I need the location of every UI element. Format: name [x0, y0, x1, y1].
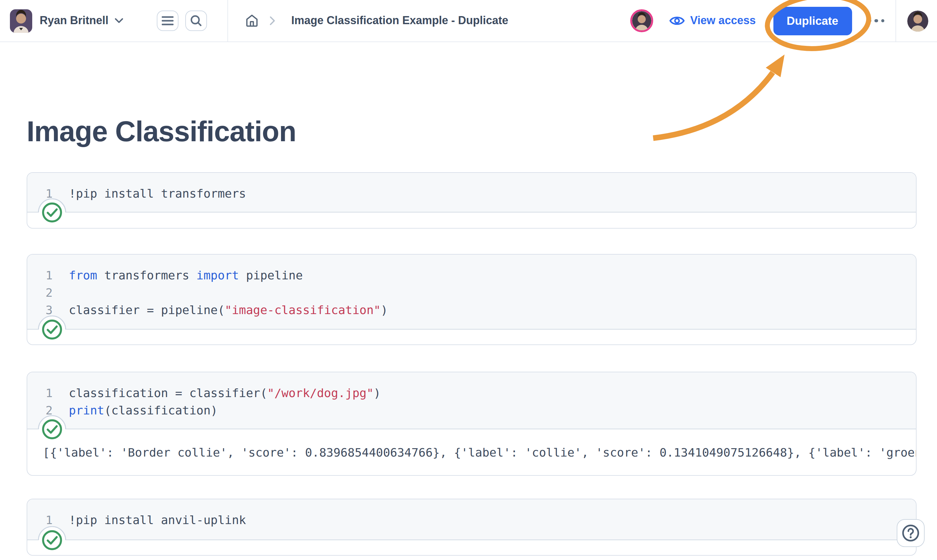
line-number: 2 [45, 286, 53, 299]
check-circle-icon [38, 315, 66, 344]
code-editor[interactable]: 1!pip install anvil-uplink [27, 499, 916, 540]
cell-success-badge [38, 198, 66, 227]
view-access-button[interactable] [669, 15, 684, 27]
question-mark-icon [902, 524, 920, 542]
code-line[interactable]: 3classifier = pipeline("image-classifica… [45, 301, 916, 318]
ellipsis-icon [868, 19, 871, 23]
cell-output [27, 212, 916, 228]
code-line[interactable]: 1!pip install transformers [45, 185, 916, 202]
help-button[interactable] [897, 519, 925, 547]
code-text: classification = classifier("/work/dog.j… [69, 386, 381, 400]
annotation-arrow-shaft [653, 72, 773, 138]
topbar-divider [895, 0, 896, 42]
search-icon [190, 15, 202, 27]
code-text: classifier = pipeline("image-classificat… [69, 303, 388, 317]
topbar-right-group: View access Duplicate [630, 0, 937, 42]
hamburger-icon [162, 16, 174, 25]
workspace-user-name[interactable]: Ryan Britnell [40, 14, 108, 27]
code-line[interactable]: 2print(classification) [45, 402, 916, 419]
cell-success-badge [38, 415, 66, 443]
topbar-divider [227, 0, 228, 42]
annotation-arrow-head [766, 54, 784, 77]
code-cell: 1from transformers import pipeline23clas… [27, 254, 917, 345]
line-number: 1 [45, 513, 53, 526]
check-circle-icon [38, 526, 66, 554]
account-avatar[interactable] [907, 10, 928, 31]
code-cell: 1!pip install transformers [27, 172, 917, 229]
collaborator-avatar[interactable] [630, 9, 653, 32]
sidebar-menu-button[interactable] [157, 11, 179, 31]
chevron-down-icon[interactable] [115, 18, 123, 23]
line-number: 1 [45, 268, 53, 282]
code-line[interactable]: 1from transformers import pipeline [45, 266, 916, 284]
code-editor[interactable]: 1classification = classifier("/work/dog.… [27, 372, 916, 429]
cell-success-badge [38, 526, 66, 554]
code-text: print(classification) [69, 403, 217, 417]
search-button[interactable] [185, 11, 207, 31]
code-editor[interactable]: 1!pip install transformers [27, 173, 916, 212]
view-access-label[interactable]: View access [690, 14, 756, 27]
code-line[interactable]: 1classification = classifier("/work/dog.… [45, 384, 916, 402]
line-number: 1 [45, 386, 53, 400]
line-number: 3 [45, 303, 53, 317]
more-options-button[interactable] [867, 15, 886, 26]
breadcrumb-document-title: Image Classification Example - Duplicate [291, 14, 508, 27]
code-cell: 1!pip install anvil-uplink [27, 498, 917, 556]
home-icon [245, 14, 259, 28]
cell-output: [{'label': 'Border collie', 'score': 0.8… [27, 429, 916, 475]
code-line[interactable]: 1!pip install anvil-uplink [45, 511, 916, 528]
user-avatar[interactable] [10, 9, 32, 32]
code-text: !pip install anvil-uplink [69, 513, 246, 526]
cell-output-text: [{'label': 'Border collie', 'score': 0.8… [43, 445, 916, 459]
cell-success-badge [38, 315, 66, 344]
check-circle-icon [38, 415, 66, 443]
code-text: from transformers import pipeline [69, 268, 303, 282]
ellipsis-icon [881, 19, 884, 23]
page-title: Image Classification [27, 115, 296, 148]
code-cell: 1classification = classifier("/work/dog.… [27, 372, 917, 476]
avatar-image [907, 10, 928, 31]
top-bar: Ryan Britnell Image Classificatio [0, 0, 937, 42]
duplicate-button[interactable]: Duplicate [773, 6, 852, 35]
cell-output [27, 329, 916, 345]
app-root: Ryan Britnell Image Classificatio [0, 0, 937, 560]
breadcrumb-chevron-icon [270, 16, 275, 25]
cell-output [27, 540, 916, 555]
eye-icon [669, 15, 684, 27]
check-circle-icon [38, 198, 66, 227]
home-button[interactable] [245, 14, 259, 28]
avatar-image [632, 11, 651, 30]
code-text: !pip install transformers [69, 186, 246, 200]
avatar-image [10, 9, 32, 32]
code-editor[interactable]: 1from transformers import pipeline23clas… [27, 255, 916, 329]
code-line[interactable]: 2 [45, 284, 916, 301]
ellipsis-icon [874, 19, 878, 23]
